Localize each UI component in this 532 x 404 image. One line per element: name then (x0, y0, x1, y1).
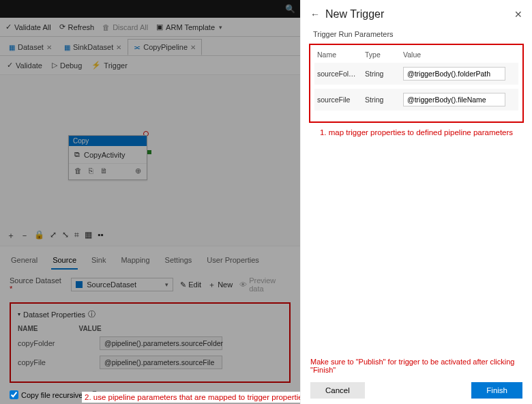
param-name: sourceFol… (317, 70, 365, 78)
lock-icon[interactable]: 🔒 (34, 230, 44, 242)
command-bar: ✓Validate All ⟳Refresh 🗑Discard All ▣ARM… (0, 18, 300, 37)
debug-button[interactable]: ▷Debug (52, 61, 82, 70)
minimap-icon[interactable]: ▪▪ (98, 230, 104, 242)
edit-dataset-button[interactable]: ✎Edit (180, 280, 201, 289)
plus-icon: ＋ (208, 280, 216, 290)
col-value: VALUE (78, 325, 101, 332)
zoom-in-icon[interactable]: ＋ (7, 230, 15, 242)
delete-icon[interactable]: 🗑 (74, 167, 82, 175)
validate-all-label: Validate All (14, 23, 51, 31)
validate-all-button[interactable]: ✓Validate All (5, 23, 51, 31)
chevron-down-icon: ▾ (165, 281, 168, 288)
finish-button[interactable]: Finish (471, 382, 522, 399)
activity-body: ⧉CopyActivity (69, 146, 147, 163)
activity-footer: 🗑 ⎘ 🗎 ⊕ (69, 163, 147, 179)
param-row: sourceFol… String (314, 63, 518, 85)
edit-label: Edit (188, 280, 201, 289)
param-value-input[interactable]: @pipeline().parameters.sourceFolder (100, 336, 222, 350)
annotation-1: 1. map trigger properties to defined pip… (312, 128, 521, 136)
copy-activity[interactable]: Copy ⧉CopyActivity 🗑 ⎘ 🗎 ⊕ (68, 135, 147, 180)
arm-template-dropdown[interactable]: ▣ARM Template (156, 23, 222, 31)
tab-sink[interactable]: Sink (90, 252, 107, 270)
col-type: Type (365, 50, 403, 59)
close-button[interactable]: ✕ (514, 9, 522, 20)
trigger-parameters-box: Name Type Value sourceFol… String source… (309, 44, 524, 123)
col-value: Value (403, 50, 516, 59)
tab-mapping[interactable]: Mapping (119, 252, 151, 270)
close-icon[interactable]: ✕ (190, 44, 196, 51)
param-type: String (365, 70, 403, 78)
preview-data-button: 👁Preview data (239, 276, 291, 293)
discard-icon: 🗑 (102, 23, 110, 31)
dataset-icon: ▦ (64, 44, 70, 51)
refresh-button[interactable]: ⟳Refresh (59, 23, 95, 31)
info-icon[interactable]: 🗎 (100, 167, 108, 175)
dataset-properties-header[interactable]: ▾Dataset Propertiesⓘ (18, 309, 282, 319)
grid-icon[interactable]: ▦ (85, 230, 92, 242)
validate-button[interactable]: ✓Validate (7, 61, 42, 70)
param-value-input[interactable]: @pipeline().parameters.sourceFile (100, 356, 222, 369)
activity-output-port[interactable] (147, 150, 151, 154)
info-icon[interactable]: ⓘ (88, 309, 95, 319)
zoom-out-icon[interactable]: － (20, 230, 29, 242)
play-icon: ▷ (52, 61, 57, 70)
col-name: NAME (18, 325, 38, 332)
annotation-2: 2. use pipeline parameters that are mapp… (82, 392, 309, 403)
dataset-icon: ▦ (9, 44, 15, 51)
copy-icon: ⧉ (74, 150, 80, 159)
tab-user-properties[interactable]: User Properties (205, 252, 260, 270)
cancel-button[interactable]: Cancel (310, 382, 365, 399)
arm-template-label: ARM Template (166, 23, 215, 31)
checkbox-input[interactable] (10, 390, 18, 399)
back-button[interactable]: ← (310, 9, 320, 20)
search-icon[interactable]: 🔍 (282, 1, 297, 16)
tab-general[interactable]: General (10, 252, 39, 270)
param-value-input[interactable] (403, 93, 505, 106)
tab-sinkdataset[interactable]: ▦SinkDataset✕ (58, 39, 128, 55)
discard-all-label: Discard All (113, 23, 148, 31)
close-icon[interactable]: ✕ (46, 44, 52, 51)
tab-source[interactable]: Source (51, 252, 78, 270)
pipeline-icon: ⫘ (134, 44, 141, 51)
trigger-button[interactable]: ⚡Trigger (91, 61, 127, 70)
panel-header: ← New Trigger ✕ (301, 0, 532, 26)
table-row: copyFolder @pipeline().parameters.source… (18, 336, 282, 350)
panel-footer: Cancel Finish (310, 382, 522, 399)
pencil-icon: ✎ (180, 280, 186, 289)
tab-dataset[interactable]: ▦Dataset✕ (3, 39, 58, 55)
tab-copypipeline[interactable]: ⫘CopyPipeline✕ (128, 39, 202, 55)
source-dataset-label: Source Dataset * (10, 276, 64, 293)
trigger-label: Trigger (104, 61, 127, 70)
close-icon[interactable]: ✕ (116, 44, 121, 51)
pipeline-toolbar: ✓Validate ▷Debug ⚡Trigger (0, 56, 300, 75)
activity-header: Copy (69, 136, 147, 146)
template-icon: ▣ (156, 23, 163, 31)
fit-icon[interactable]: ⤢ (50, 230, 57, 242)
caret-down-icon: ▾ (18, 311, 20, 317)
publish-note: Make sure to "Publish" for trigger to be… (310, 358, 522, 374)
tab-label: SinkDataset (73, 43, 113, 51)
tab-settings[interactable]: Settings (164, 252, 194, 270)
fullscreen-icon[interactable]: ⤡ (62, 230, 69, 242)
col-name: Name (317, 50, 365, 59)
param-value-input[interactable] (403, 67, 505, 81)
dataset-properties-title: Dataset Properties (23, 311, 85, 319)
autolayout-icon[interactable]: ⌗ (74, 230, 79, 242)
refresh-icon: ⟳ (59, 23, 65, 31)
panel-title: New Trigger (325, 8, 384, 20)
validate-label: Validate (16, 61, 42, 70)
check-icon: ✓ (7, 61, 13, 70)
dataset-properties-table: NAME VALUE copyFolder @pipeline().parame… (18, 325, 282, 369)
tab-label: Dataset (18, 43, 44, 51)
clone-icon[interactable]: ⎘ (89, 167, 93, 175)
new-dataset-button[interactable]: ＋New (208, 280, 233, 290)
table-row: copyFile @pipeline().parameters.sourceFi… (18, 356, 282, 369)
discard-all-button[interactable]: 🗑Discard All (102, 23, 148, 31)
pipeline-canvas[interactable]: Copy ⧉CopyActivity 🗑 ⎘ 🗎 ⊕ ＋ － 🔒 ⤢ ⤡ ⌗ ▦… (0, 75, 300, 246)
param-table-header: Name Type Value (314, 49, 518, 63)
source-dataset-select[interactable]: SourceDataset ▾ (71, 278, 173, 291)
panel-subtitle: Trigger Run Parameters (301, 26, 532, 44)
top-bar: 🔍 (0, 0, 300, 18)
expand-icon[interactable]: ⊕ (135, 167, 141, 175)
dataset-icon (76, 281, 83, 288)
